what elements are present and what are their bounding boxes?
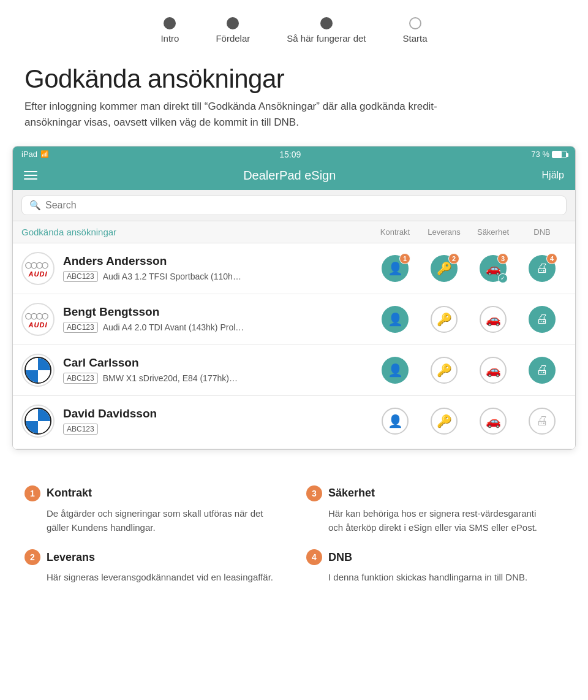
step-number-2: 2 [448, 253, 459, 264]
desc-header-dnb: 4 DNB [306, 549, 551, 565]
car-description-3: BMW X1 sDrive20d, E84 (177hk)… [103, 373, 238, 383]
car-description: Audi A3 1.2 TFSI Sportback (110h… [103, 272, 241, 281]
brand-logo-bmw [21, 354, 55, 387]
status-circle-kontrakt: 👤 1 [382, 255, 409, 282]
nav-item-fordelar[interactable]: Fördelar [216, 17, 250, 44]
app-title: DealerPad eSign [243, 169, 336, 183]
search-wrapper[interactable]: 🔍 [21, 196, 567, 215]
printer-icon-4: 🖨 [536, 414, 548, 428]
ipad-frame: iPad 📶 15:09 73 % DealerPad eSign Hjälp … [12, 146, 576, 450]
status-circle-dnb-3: 🖨 [529, 357, 556, 384]
customer-name-3: Carl Carlsson [63, 356, 371, 370]
nav-dot-starta [409, 17, 421, 29]
brand-logo-audi-2: AUDI [21, 303, 55, 336]
person-icon-2: 👤 [388, 312, 403, 327]
car-detail-2: ABC123 Audi A4 2.0 TDI Avant (143hk) Pro… [63, 322, 371, 333]
desc-header-sakerhet: 3 Säkerhet [306, 485, 551, 501]
row-info: Anders Andersson ABC123 Audi A3 1.2 TFSI… [63, 254, 371, 282]
nav-dot-fordelar [227, 17, 239, 29]
status-kontrakt-3: 👤 [371, 357, 420, 384]
status-leverans: 🔑 2 [420, 255, 469, 282]
status-kontrakt: 👤 1 [371, 255, 420, 282]
status-circle-dnb: 🖨 4 [529, 255, 556, 282]
help-button[interactable]: Hjälp [542, 170, 564, 181]
desc-title-kontrakt: Kontrakt [47, 487, 92, 500]
search-icon: 🔍 [29, 200, 41, 211]
section-label: Godkända ansökningar [21, 227, 371, 237]
battery-icon [552, 151, 567, 158]
desc-body-sakerhet: Här kan behöriga hos er signera rest-vär… [306, 506, 551, 535]
status-bar: iPad 📶 15:09 73 % [13, 146, 575, 162]
svg-point-2 [37, 262, 43, 268]
plate-tag: ABC123 [63, 271, 98, 282]
brand-logo-audi: AUDI [21, 252, 55, 285]
search-input[interactable] [45, 200, 559, 211]
bmw-q1 [26, 358, 38, 370]
table-row[interactable]: AUDI Bengt Bengtsson ABC123 Audi A4 2.0 … [13, 294, 575, 345]
status-time: 15:09 [279, 150, 301, 159]
status-leverans-3: 🔑 [420, 357, 469, 384]
column-headers: Kontrakt Leverans Säkerhet DNB [371, 227, 567, 237]
person-icon-4: 👤 [388, 414, 403, 428]
desc-number-3: 3 [306, 485, 322, 501]
page-title: Godkända ansökningar [0, 58, 588, 99]
status-circle-sakerhet-2: 🚗 [480, 306, 507, 333]
nav-item-starta[interactable]: Starta [403, 17, 428, 44]
desc-header-kontrakt: 1 Kontrakt [24, 485, 282, 501]
plate-tag-2: ABC123 [63, 322, 98, 333]
svg-point-0 [26, 262, 32, 268]
step-number-3: 3 [497, 253, 508, 264]
desc-kontrakt: 1 Kontrakt De åtgärder och signeringar s… [24, 485, 294, 550]
status-circle-dnb-2: 🖨 [529, 306, 556, 333]
table-row[interactable]: Carl Carlsson ABC123 BMW X1 sDrive20d, E… [13, 345, 575, 396]
desc-number-4: 4 [306, 549, 322, 565]
table-row[interactable]: AUDI Anders Andersson ABC123 Audi A3 1.2… [13, 243, 575, 294]
desc-body-kontrakt: De åtgärder och signeringar som skall ut… [24, 506, 282, 535]
wifi-icon: 📶 [40, 150, 49, 158]
status-circle-kontrakt-3: 👤 [382, 357, 409, 384]
car-icon-4: 🚗 [486, 414, 501, 428]
status-dnb: 🖨 4 [518, 255, 567, 282]
menu-button[interactable] [24, 171, 37, 180]
status-leverans-4: 🔑 [420, 408, 469, 435]
nav-dot-intro [164, 17, 176, 29]
status-columns-3: 👤 🔑 🚗 🖨 [371, 357, 567, 384]
key-icon-4: 🔑 [437, 414, 452, 428]
app-header: DealerPad eSign Hjälp [13, 162, 575, 190]
plate-tag-4: ABC123 [63, 424, 98, 435]
desc-title-dnb: DNB [328, 551, 352, 564]
status-sakerhet: 🚗 3 ✓ [469, 255, 518, 282]
status-circle-leverans-3: 🔑 [431, 357, 458, 384]
row-info-3: Carl Carlsson ABC123 BMW X1 sDrive20d, E… [63, 356, 371, 384]
table-header: Godkända ansökningar Kontrakt Leverans S… [13, 221, 575, 243]
status-circle-sakerhet-4: 🚗 [480, 408, 507, 435]
status-circle-leverans: 🔑 2 [431, 255, 458, 282]
car-description-2: Audi A4 2.0 TDI Avant (143hk) Prol… [103, 322, 244, 332]
person-icon: 👤 [388, 261, 403, 276]
status-dnb-2: 🖨 [518, 306, 567, 333]
car-icon-2: 🚗 [486, 312, 501, 327]
col-leverans: Leverans [420, 227, 469, 237]
bmw-q2-2 [38, 409, 50, 421]
svg-point-1 [31, 262, 37, 268]
printer-icon: 🖨 [536, 261, 548, 275]
nav-item-sa-har[interactable]: Så här fungerar det [287, 17, 366, 44]
status-sakerhet-3: 🚗 [469, 357, 518, 384]
printer-icon-3: 🖨 [536, 363, 548, 377]
step-number-1: 1 [399, 253, 410, 264]
status-circle-leverans-2: 🔑 [431, 306, 458, 333]
col-sakerhet: Säkerhet [469, 227, 518, 237]
bmw-q4-2 [38, 421, 50, 433]
status-dnb-4: 🖨 [518, 408, 567, 435]
bmw-q4 [38, 370, 50, 382]
status-kontrakt-2: 👤 [371, 306, 420, 333]
step-number-4: 4 [546, 253, 557, 264]
status-circle-sakerhet-3: 🚗 [480, 357, 507, 384]
car-icon-3: 🚗 [486, 363, 501, 378]
nav-item-intro[interactable]: Intro [160, 17, 179, 44]
bmw-q2 [38, 358, 50, 370]
car-detail-3: ABC123 BMW X1 sDrive20d, E84 (177hk)… [63, 373, 371, 384]
brand-logo-bmw-2 [21, 405, 55, 438]
battery-percent: 73 % [531, 150, 549, 159]
table-row[interactable]: David Davidsson ABC123 👤 🔑 [13, 396, 575, 449]
